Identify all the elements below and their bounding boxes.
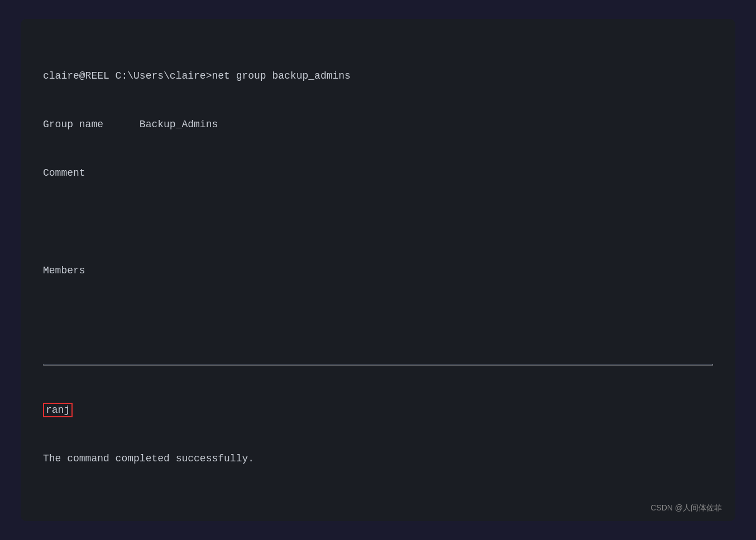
terminal-window: claire@REEL C:\Users\claire>net group ba… <box>21 19 735 521</box>
empty-line-2 <box>43 311 713 328</box>
empty-line-1 <box>43 214 713 230</box>
comment-line-1: Comment <box>43 165 713 182</box>
members-label-1: Members <box>43 263 713 279</box>
ranj-highlight-1: ranj <box>43 403 73 417</box>
empty-line-3 <box>43 499 713 516</box>
member1-line: ranj <box>43 402 713 419</box>
success-line-1: The command completed successfully. <box>43 451 713 467</box>
terminal-content: claire@REEL C:\Users\claire>net group ba… <box>43 36 713 521</box>
group-name-line-1: Group name Backup_Admins <box>43 117 713 133</box>
divider-1 <box>43 364 713 365</box>
watermark: CSDN @人间体佐菲 <box>650 503 722 513</box>
cmd-line-1: claire@REEL C:\Users\claire>net group ba… <box>43 68 713 85</box>
terminal-body: claire@REEL C:\Users\claire>net group ba… <box>21 19 735 521</box>
